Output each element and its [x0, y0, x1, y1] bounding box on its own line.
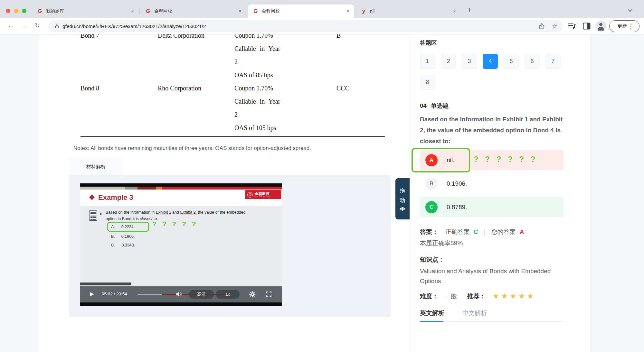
divider-pipe: |	[484, 228, 486, 236]
fullscreen-icon[interactable]	[266, 291, 272, 297]
issuer-name: Rho Corporation	[158, 82, 234, 95]
accuracy-text: 本题正确率59%	[420, 239, 563, 247]
annotation-green-box	[107, 222, 149, 232]
close-icon[interactable]: ×	[347, 8, 350, 14]
slide-scrollbar[interactable]	[80, 283, 131, 285]
correct-answer-label: 正确答案	[445, 228, 470, 236]
option-a-row[interactable]: A nil. ? ? ? ? ? ?	[420, 150, 564, 170]
your-answer-value: A	[520, 228, 524, 236]
quality-button[interactable]: 高清	[189, 290, 214, 299]
tab-my-question-bank[interactable]: G 我的题库 ×	[32, 5, 138, 18]
bond-name: Bond 7	[80, 34, 158, 42]
profile-avatar[interactable]	[595, 21, 606, 32]
exhibit2-underlined: Exhibit 2,	[180, 210, 196, 215]
annotation-question-marks: ? ? ? ? ?	[152, 220, 198, 228]
settings-gear-icon[interactable]	[249, 291, 256, 298]
tab-title: 金程网校	[262, 8, 344, 14]
bond-name: Bond 8	[80, 82, 158, 95]
option-c-badge: C	[425, 201, 438, 213]
tab-title: 我的题库	[46, 8, 128, 14]
tab-gfedu-1[interactable]: G 金程网校 ×	[140, 5, 246, 18]
difficulty-value: 一般	[445, 292, 457, 301]
close-icon[interactable]: ×	[239, 8, 242, 14]
brand-name-en: GOLDEN FUTURE	[255, 196, 270, 198]
tab-nil[interactable]: y nil ×	[356, 5, 460, 18]
your-answer-label: 您的答案	[491, 228, 516, 236]
question-number-8[interactable]: 8	[420, 75, 435, 90]
bookmark-star-icon[interactable]: ☆	[552, 23, 558, 30]
question-number-nav: 1 2 3 4 5 6 7 8	[420, 54, 565, 90]
tab-english-analysis[interactable]: 英文解析	[420, 309, 444, 317]
annotation-green-box	[412, 148, 470, 172]
question-number-4-active[interactable]: 4	[483, 54, 498, 69]
question-number-2[interactable]: 2	[441, 54, 456, 69]
zoom-window-button[interactable]	[22, 9, 26, 13]
tab-material-analysis[interactable]: 材料解析	[69, 158, 123, 175]
menu-dots-icon[interactable]	[630, 23, 631, 29]
option-c-row[interactable]: C 0.8789.	[420, 197, 564, 217]
close-icon[interactable]: ×	[453, 8, 456, 14]
recommend-label: 推荐：	[467, 292, 486, 301]
update-label: 更新	[618, 23, 627, 29]
play-icon[interactable]: ▶	[90, 291, 94, 297]
slide-content: Based on the information in Exhibit 1 an…	[80, 206, 282, 286]
difficulty-row: 难度： 一般 推荐： ★★★★★	[420, 292, 563, 301]
video-letterbox-top	[80, 183, 282, 187]
question-number-3[interactable]: 3	[462, 54, 477, 69]
material-analysis-panel: ◆ Example 3 G 金程教育 GOLDEN FUTURE	[69, 175, 391, 317]
close-window-button[interactable]	[6, 9, 10, 13]
video-letterbox-bottom	[80, 302, 282, 306]
close-icon[interactable]: ×	[131, 8, 134, 14]
address-bar[interactable]: gfedu.cn/home/#/REX/9725/exam/1263021/2/…	[48, 20, 563, 32]
question-header: 04 单选题	[420, 102, 563, 110]
slide-option-b: B. 0.1906.	[111, 234, 135, 239]
exam-material-area: Bond 7 Delta Corporation Coupon 1.70% Ca…	[39, 34, 410, 352]
share-icon[interactable]	[539, 23, 545, 29]
question-number-7[interactable]: 7	[545, 54, 561, 69]
calculator-icon	[89, 210, 97, 221]
volume-icon[interactable]	[176, 292, 182, 297]
video-player[interactable]: ◆ Example 3 G 金程教育 GOLDEN FUTURE	[80, 183, 282, 306]
back-button[interactable]: ←	[8, 22, 14, 29]
media-controls-icon[interactable]	[568, 23, 576, 30]
tab-search-chevron-icon[interactable]	[628, 8, 632, 12]
slide-decoration-stripe	[80, 187, 282, 190]
panel-drag-handle[interactable]: 拖 动	[395, 178, 410, 219]
question-number-1[interactable]: 1	[420, 54, 435, 69]
diamond-bullet-icon: ◆	[89, 193, 95, 201]
slide-title: Example 3	[98, 193, 133, 202]
bond-rating: B	[336, 34, 385, 42]
slide-header: ◆ Example 3 G 金程教育 GOLDEN FUTURE	[80, 190, 282, 206]
y-logo-icon: y	[361, 8, 367, 14]
knowledge-point-text: Valuation and Analysis of Bonds with Emb…	[420, 266, 565, 286]
table-row: Bond 7 Delta Corporation Coupon 1.70% Ca…	[80, 34, 385, 82]
table-notes: Notes: All bonds have remaining maturiti…	[73, 145, 311, 152]
option-c-text: 0.8789.	[447, 204, 467, 211]
gfedu-brand-logo: G 金程教育 GOLDEN FUTURE	[245, 190, 281, 199]
question-number-label: 04	[420, 102, 427, 109]
slide-question-line1: Based on the information in Exhibit 1 an…	[106, 210, 275, 215]
question-number-5[interactable]: 5	[504, 54, 519, 69]
bond-rating: CCC	[336, 82, 385, 95]
new-tab-button[interactable]: +	[468, 6, 472, 14]
url-text[interactable]: gfedu.cn/home/#/REX/9725/exam/1263021/2/…	[62, 23, 532, 29]
left-gutter	[0, 34, 39, 352]
update-button[interactable]: 更新	[609, 20, 639, 32]
right-gutter	[590, 34, 644, 352]
drag-label-char2: 动	[400, 197, 405, 204]
reload-button[interactable]: ↻	[35, 22, 40, 29]
tab-chinese-analysis[interactable]: 中文解析	[462, 309, 487, 317]
question-number-6[interactable]: 6	[525, 54, 540, 69]
slide-question-line2: option in Bond 4 is closest to:	[106, 217, 158, 221]
tab-gfedu-active[interactable]: G 金程网校 ×	[248, 5, 354, 18]
browser-window: G 我的题库 × G 金程网校 × G 金程网校 × y nil × + ← →…	[0, 0, 644, 352]
minimize-window-button[interactable]	[14, 9, 18, 13]
table-row: Bond 8 Rho Corporation Coupon 1.70% Call…	[80, 82, 385, 134]
correct-answer-value: C	[474, 228, 478, 236]
speed-button[interactable]: 1x	[216, 290, 240, 299]
slide-option-c: C. 0.3343.	[111, 243, 135, 247]
tab-title: 金程网校	[154, 8, 235, 14]
drag-label-char1: 拖	[400, 187, 405, 194]
option-b-row[interactable]: B 0.1906.	[420, 174, 564, 194]
side-panel-icon[interactable]	[583, 23, 591, 30]
